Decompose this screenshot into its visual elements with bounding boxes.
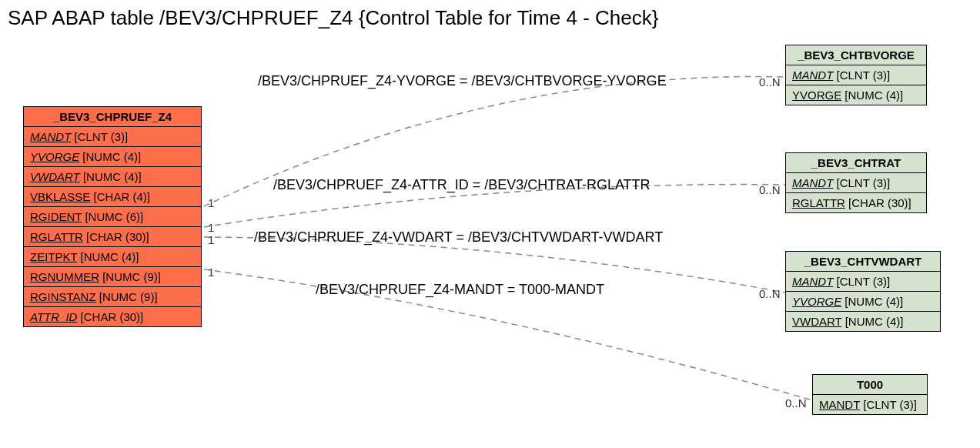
table-row: MANDT [CLNT (3)] <box>813 395 927 414</box>
relation-label: /BEV3/CHPRUEF_Z4-ATTR_ID = /BEV3/CHTRAT-… <box>273 177 651 193</box>
table-row: RGINSTANZ [NUMC (9)] <box>24 287 201 307</box>
table-row: YVORGE [NUMC (4)] <box>786 85 926 105</box>
table-row: MANDT [CLNT (3)] <box>786 65 926 85</box>
table-row: YVORGE [NUMC (4)] <box>24 147 201 167</box>
table-row: RGIDENT [NUMC (6)] <box>24 207 201 227</box>
table-row: MANDT [CLNT (3)] <box>786 173 926 193</box>
table-row: VBKLASSE [CHAR (4)] <box>24 187 201 207</box>
page-title: SAP ABAP table /BEV3/CHPRUEF_Z4 {Control… <box>8 6 658 30</box>
table-row: ATTR_ID [CHAR (30)] <box>24 307 201 326</box>
ref-table-chtrat: _BEV3_CHTRAT MANDT [CLNT (3)] RGLATTR [C… <box>785 152 927 213</box>
ref-table-header: _BEV3_CHTRAT <box>786 153 926 173</box>
table-row: RGNUMMER [NUMC (9)] <box>24 267 201 287</box>
cardinality-left: 1 <box>208 196 214 209</box>
cardinality-right: 0..N <box>785 396 807 410</box>
cardinality-left: 1 <box>208 221 214 234</box>
ref-table-t000: T000 MANDT [CLNT (3)] <box>812 374 928 415</box>
ref-table-chtvwdart: _BEV3_CHTVWDART MANDT [CLNT (3)] YVORGE … <box>785 251 941 332</box>
relation-label: /BEV3/CHPRUEF_Z4-VWDART = /BEV3/CHTVWDAR… <box>254 229 663 246</box>
cardinality-right: 0..N <box>759 183 781 196</box>
table-row: VWDART [NUMC (4)] <box>24 167 201 187</box>
relation-label: /BEV3/CHPRUEF_Z4-YVORGE = /BEV3/CHTBVORG… <box>258 73 667 89</box>
cardinality-left: 1 <box>208 233 214 246</box>
table-row: MANDT [CLNT (3)] <box>24 127 201 147</box>
cardinality-right: 0..N <box>759 75 781 89</box>
ref-table-header: _BEV3_CHTBVORGE <box>786 45 926 65</box>
relation-label: /BEV3/CHPRUEF_Z4-MANDT = T000-MANDT <box>316 282 604 298</box>
ref-table-header: _BEV3_CHTVWDART <box>786 252 940 272</box>
ref-table-header: T000 <box>813 375 927 395</box>
table-row: MANDT [CLNT (3)] <box>786 272 940 292</box>
table-row: ZEITPKT [NUMC (4)] <box>24 247 201 267</box>
table-row: VWDART [NUMC (4)] <box>786 312 940 331</box>
main-table-header: _BEV3_CHPRUEF_Z4 <box>24 107 201 127</box>
table-row: RGLATTR [CHAR (30)] <box>786 193 926 212</box>
cardinality-right: 0..N <box>759 287 781 300</box>
ref-table-chtbvorge: _BEV3_CHTBVORGE MANDT [CLNT (3)] YVORGE … <box>785 45 927 105</box>
table-row: YVORGE [NUMC (4)] <box>786 292 940 312</box>
cardinality-left: 1 <box>208 266 214 279</box>
table-row: RGLATTR [CHAR (30)] <box>24 227 201 247</box>
main-table: _BEV3_CHPRUEF_Z4 MANDT [CLNT (3)] YVORGE… <box>23 106 202 327</box>
